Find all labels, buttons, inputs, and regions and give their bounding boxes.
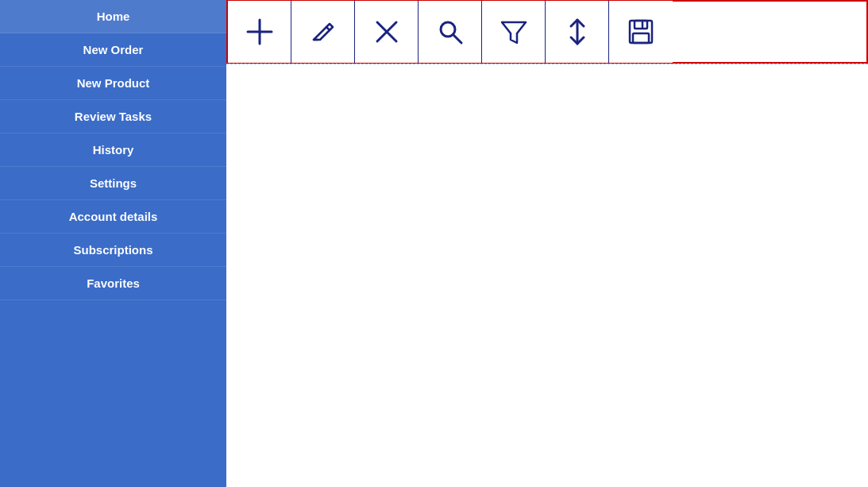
filter-button[interactable]	[482, 1, 546, 63]
sidebar: Home New Order New Product Review Tasks …	[0, 0, 226, 487]
sidebar-item-home[interactable]: Home	[0, 0, 226, 33]
svg-line-2	[326, 27, 330, 30]
content-area	[226, 64, 868, 487]
svg-marker-8	[502, 22, 526, 43]
sidebar-item-account-details[interactable]: Account details	[0, 200, 226, 234]
sidebar-item-history[interactable]: History	[0, 133, 226, 167]
save-button[interactable]	[609, 1, 673, 63]
sort-icon	[561, 16, 593, 48]
search-icon	[434, 16, 466, 48]
edit-icon	[307, 16, 339, 48]
sort-button[interactable]	[546, 1, 609, 63]
add-button[interactable]	[228, 1, 291, 63]
delete-button[interactable]	[355, 1, 419, 63]
svg-rect-12	[633, 33, 649, 43]
sidebar-item-new-order[interactable]: New Order	[0, 33, 226, 67]
edit-button[interactable]	[291, 1, 355, 63]
filter-icon	[498, 16, 530, 48]
save-icon	[625, 16, 657, 48]
sidebar-item-favorites[interactable]: Favorites	[0, 267, 226, 300]
sidebar-item-settings[interactable]: Settings	[0, 167, 226, 200]
plus-icon	[244, 16, 276, 48]
sidebar-item-subscriptions[interactable]: Subscriptions	[0, 234, 226, 267]
main-area	[226, 0, 868, 487]
toolbar	[226, 0, 868, 64]
search-button[interactable]	[419, 1, 482, 63]
sidebar-item-review-tasks[interactable]: Review Tasks	[0, 100, 226, 133]
svg-line-7	[453, 35, 461, 43]
svg-rect-11	[635, 21, 647, 29]
sidebar-item-new-product[interactable]: New Product	[0, 67, 226, 100]
close-icon	[371, 16, 403, 48]
